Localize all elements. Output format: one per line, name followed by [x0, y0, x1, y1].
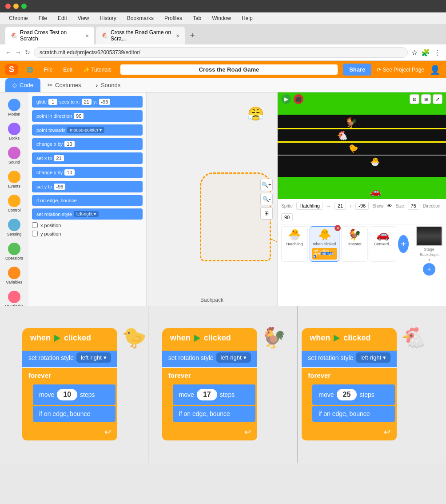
sprite-hatchling[interactable]: 🐣 Hatchling: [281, 226, 308, 262]
menu-bookmarks[interactable]: Bookmarks: [125, 14, 155, 22]
bounce-block-1[interactable]: if on edge, bounce: [33, 406, 115, 422]
new-tab-button[interactable]: +: [187, 31, 199, 40]
nav-file[interactable]: File: [40, 65, 56, 75]
block-set-x[interactable]: set x to 21: [32, 152, 143, 164]
category-sound[interactable]: Sound: [1, 144, 27, 167]
show-eye-icon[interactable]: 👁: [387, 203, 392, 208]
when-flag-clicked-hat-2[interactable]: when clicked: [162, 328, 257, 347]
forever-block-3[interactable]: forever: [302, 368, 397, 383]
category-motion[interactable]: Motion: [1, 96, 27, 119]
move-block-2[interactable]: move 17 steps: [173, 384, 255, 405]
nav-tutorials[interactable]: ✨ Tutorials: [80, 65, 115, 75]
category-variables[interactable]: Variables: [1, 264, 27, 287]
category-control[interactable]: Control: [1, 192, 27, 215]
tab-inactive[interactable]: 🐔 Cross the Road Game on Scra... ✕: [96, 27, 185, 44]
set-rotation-block-3[interactable]: set rotation style left-right ▾: [302, 348, 397, 367]
category-myblocks[interactable]: My Blocks: [1, 288, 27, 306]
sprite-when-clicked[interactable]: ✕ 🐥 when clicked set rotation style left…: [310, 226, 339, 262]
menu-help[interactable]: Help: [240, 14, 255, 22]
zoom-out-button[interactable]: 🔍-: [260, 193, 273, 205]
bird-decoration-2: 🐓: [261, 326, 286, 349]
tab-active[interactable]: 🐔 Road Cross Test on Scratch ✕: [5, 27, 94, 44]
bookmark-icon[interactable]: ☆: [411, 48, 418, 57]
block-set-rotation[interactable]: set rotation style left-right ▾: [32, 208, 143, 220]
see-project-link[interactable]: ⟳ See Project Page: [377, 67, 424, 73]
menu-chrome[interactable]: Chrome: [7, 14, 30, 22]
forever-block-2[interactable]: forever: [162, 368, 257, 383]
menu-profiles[interactable]: Profiles: [163, 14, 184, 22]
menu-view[interactable]: View: [76, 14, 91, 22]
back-button[interactable]: ←: [5, 49, 12, 56]
stop-button[interactable]: ⬛: [294, 94, 303, 104]
events-label: Events: [8, 184, 20, 188]
maximize-button[interactable]: [21, 4, 27, 9]
rotation-dropdown-1[interactable]: left-right ▾: [76, 352, 111, 363]
when-flag-clicked-hat-1[interactable]: when clicked: [22, 328, 117, 347]
menu-tab[interactable]: Tab: [191, 14, 203, 22]
y-position-checkbox[interactable]: [32, 231, 38, 236]
canvas-controls: 🔍+ 🔍- ⊞: [260, 179, 273, 220]
scratch-logo: S: [5, 64, 18, 75]
set-rotation-block-1[interactable]: set rotation style left-right ▾: [22, 348, 117, 367]
forward-button[interactable]: →: [15, 49, 21, 56]
nav-edit[interactable]: Edit: [60, 65, 76, 75]
tab2-close-icon[interactable]: ✕: [176, 33, 179, 38]
block-if-on-edge[interactable]: if on edge, bounce: [32, 195, 143, 206]
forever-block-1[interactable]: forever: [22, 368, 117, 383]
rotation-dropdown-2[interactable]: left-right ▾: [216, 352, 251, 363]
close-button[interactable]: [5, 4, 11, 9]
when-flag-clicked-hat-3[interactable]: when clicked: [302, 328, 397, 347]
rotation-dropdown-3[interactable]: left-right ▾: [356, 352, 390, 363]
user-avatar[interactable]: 👤: [430, 64, 441, 75]
menu-history[interactable]: History: [98, 14, 118, 22]
tab-costumes[interactable]: ✂ Costumes: [40, 78, 88, 92]
stage-panel: 🐓 🐔 🐤 🐣 🚗 ▶ ⬛ ⊡ ⊞ ⤢: [277, 92, 446, 306]
stage-large-icon[interactable]: ⊞: [421, 94, 431, 104]
stage-fullscreen-icon[interactable]: ⤢: [433, 94, 442, 104]
clicked-label-2: clicked: [204, 333, 231, 343]
stage-label: Stage: [424, 247, 434, 252]
myblocks-dot: [8, 291, 20, 303]
address-input[interactable]: [34, 47, 408, 58]
set-rotation-block-2[interactable]: set rotation style left-right ▾: [162, 348, 257, 367]
bounce-label-2: if on edge, bounce: [179, 410, 230, 417]
x-position-checkbox[interactable]: [32, 222, 38, 228]
green-flag-button[interactable]: ▶: [281, 94, 291, 104]
extensions-icon[interactable]: 🧩: [421, 48, 430, 57]
move-block-1[interactable]: move 10 steps: [33, 384, 115, 405]
menu-window[interactable]: Window: [210, 14, 233, 22]
backpack-bar[interactable]: Backpack: [147, 294, 277, 306]
minimize-button[interactable]: [13, 4, 19, 9]
block-set-y[interactable]: set y to -96: [32, 181, 143, 192]
block-point-towards[interactable]: point towards mouse-pointer ▾: [32, 124, 143, 136]
bounce-block-3[interactable]: if on edge, bounce: [312, 406, 395, 422]
category-looks[interactable]: Looks: [1, 120, 27, 143]
move-block-3[interactable]: move 25 steps: [312, 384, 395, 405]
steps-label-2: steps: [220, 391, 235, 398]
menu-file[interactable]: File: [37, 14, 49, 22]
category-operators[interactable]: Operators: [1, 240, 27, 263]
bounce-block-2[interactable]: if on edge, bounce: [173, 406, 255, 422]
refresh-button[interactable]: ↻: [25, 49, 30, 56]
block-change-y[interactable]: change y by 10: [32, 167, 143, 178]
add-backdrop-button[interactable]: +: [423, 263, 435, 276]
center-button[interactable]: ⊞: [260, 207, 273, 220]
sprite-convertible[interactable]: 🚗 Converti...: [370, 226, 396, 262]
menu-dots-icon[interactable]: ⋮: [434, 48, 441, 57]
block-point-direction[interactable]: point in direction 90: [32, 110, 143, 122]
canvas-drawing-area[interactable]: 😤: [147, 92, 277, 306]
stage-small-icon[interactable]: ⊡: [410, 94, 419, 104]
sprite-rooster[interactable]: 🐓 Rooster: [341, 226, 368, 262]
share-button[interactable]: Share: [343, 64, 371, 76]
nav-globe[interactable]: 🌐: [23, 65, 37, 75]
zoom-in-button[interactable]: 🔍+: [260, 179, 273, 191]
block-change-x[interactable]: change x by 10: [32, 138, 143, 150]
tab-sounds[interactable]: ♪ Sounds: [88, 78, 128, 92]
tab-code[interactable]: ◇ Code: [5, 78, 40, 92]
tab-close-icon[interactable]: ✕: [85, 33, 89, 38]
block-glide[interactable]: glide 1 secs to x: 21 y: -96: [32, 96, 143, 108]
menu-edit[interactable]: Edit: [56, 14, 69, 22]
category-events[interactable]: Events: [1, 168, 27, 191]
category-sensing[interactable]: Sensing: [1, 216, 27, 239]
add-sprite-button[interactable]: +: [398, 235, 409, 253]
